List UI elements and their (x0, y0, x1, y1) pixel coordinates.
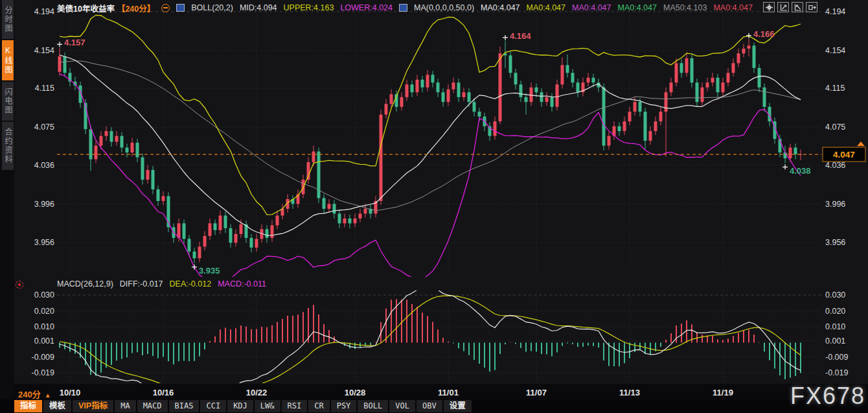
boll-label: BOLL(20,2) (191, 3, 233, 12)
svg-text:0.020: 0.020 (825, 307, 845, 316)
svg-text:11/19: 11/19 (713, 388, 733, 397)
time-axis: 10/1010/1610/2210/2811/0111/0711/1311/19 (0, 384, 868, 399)
toolbar-item-14[interactable]: OBV (417, 400, 442, 412)
svg-text:11/07: 11/07 (526, 388, 547, 397)
svg-text:3.935: 3.935 (199, 266, 220, 276)
sidebar-tab-2[interactable]: 闪电图 (2, 82, 14, 122)
svg-text:-0.009: -0.009 (32, 353, 54, 362)
toolbar-item-10[interactable]: CR (308, 400, 329, 412)
ma-group-label: MA(0,0,0,0,50,0) (414, 3, 474, 12)
svg-text:4.038: 4.038 (790, 166, 811, 176)
collapse-indicator-icon[interactable] (161, 4, 170, 12)
toolbar-item-1[interactable]: 模板 (43, 400, 71, 412)
trading-terminal: 4.1944.1944.1544.1544.1154.1154.0754.075… (0, 0, 868, 413)
toolbar-item-8[interactable]: LW& (255, 400, 280, 412)
period-selector-label: 240分 (18, 390, 41, 399)
svg-text:0.030: 0.030 (34, 290, 54, 300)
svg-text:3.996: 3.996 (34, 200, 54, 209)
bottom-bar: 指标模板VIP指标MAMACDBIASCCIKDJLW&RSICRPSYBOLL… (0, 399, 868, 413)
macd-macd-value: MACD:-0.011 (218, 279, 266, 289)
svg-text:4.075: 4.075 (34, 123, 54, 132)
svg-text:-0.009: -0.009 (825, 353, 848, 362)
y-axis-scale-icon[interactable] (777, 2, 789, 12)
svg-text:4.194: 4.194 (825, 7, 845, 16)
svg-text:4.036: 4.036 (34, 161, 54, 170)
toolbar-item-9[interactable]: RSI (282, 400, 308, 412)
toolbar-item-15[interactable]: 设置 (444, 400, 472, 412)
ma-value-3: MA0:4.047 (618, 3, 657, 12)
svg-text:4.157: 4.157 (64, 38, 86, 47)
ma-value-1: MA0:4.047 (527, 3, 565, 12)
period-label: 【240分】 (117, 2, 155, 14)
svg-text:11/13: 11/13 (619, 388, 640, 397)
ma-value-4: MA50:4.103 (663, 3, 707, 12)
svg-text:0.001: 0.001 (825, 336, 845, 346)
svg-text:10/28: 10/28 (345, 388, 366, 397)
svg-text:0.030: 0.030 (825, 290, 845, 300)
svg-text:4.194: 4.194 (34, 7, 54, 16)
svg-text:4.075: 4.075 (825, 123, 845, 132)
ma-value-2: MA0:4.047 (572, 3, 611, 12)
svg-text:11/01: 11/01 (438, 388, 459, 397)
chart-header: 美债10年收益率 【240分】 BOLL(20,2) MID:4.094 UPP… (57, 2, 759, 14)
toolbar-item-6[interactable]: CCI (200, 400, 226, 412)
svg-text:3.996: 3.996 (825, 200, 845, 209)
toolbar-item-11[interactable]: PSY (331, 400, 357, 412)
sidebar-tab-0[interactable]: 分时图 (2, 0, 14, 40)
svg-text:4.154: 4.154 (825, 46, 845, 55)
x-axis-scale-icon[interactable] (792, 2, 803, 12)
macd-header: MACD(26,12,9) DIFF:-0.017 DEA:-0.012 MAC… (57, 279, 266, 289)
boll-upper-value: UPPER:4.163 (284, 3, 334, 12)
ma-value-5: MA0:4.047 (713, 3, 752, 12)
ma-values: MA0:4.047MA0:4.047MA0:4.047MA0:4.047MA50… (481, 3, 759, 12)
toolbar-item-7[interactable]: KDJ (227, 400, 253, 412)
toolbar-item-12[interactable]: BOLL (358, 400, 388, 412)
toolbar-item-13[interactable]: VOL (389, 400, 415, 412)
svg-text:10/10: 10/10 (60, 388, 81, 397)
pan-icon[interactable] (763, 2, 775, 12)
svg-text:4.047: 4.047 (833, 150, 855, 159)
svg-text:4.154: 4.154 (34, 46, 54, 55)
toolbar-item-0[interactable]: 指标 (14, 400, 42, 412)
svg-text:10/16: 10/16 (153, 388, 174, 397)
toolbar-item-4[interactable]: MACD (137, 400, 168, 412)
indicator-toolbar: 指标模板VIP指标MAMACDBIASCCIKDJLW&RSICRPSYBOLL… (14, 400, 472, 412)
ma-value-0: MA0:4.047 (481, 3, 520, 12)
svg-text:4.115: 4.115 (825, 84, 845, 93)
svg-text:4.166: 4.166 (753, 29, 775, 39)
svg-text:3.956: 3.956 (825, 238, 845, 247)
svg-text:0.010: 0.010 (34, 322, 54, 331)
period-up-arrow-icon: ▲ (45, 392, 51, 399)
macd-params-label: MACD(26,12,9) (57, 279, 113, 289)
svg-text:3.956: 3.956 (34, 238, 54, 247)
symbol-title: 美债10年收益率 (57, 2, 115, 14)
sidebar-tab-3[interactable]: 合约资料 (2, 122, 14, 171)
period-selector[interactable]: 240分▲ (18, 388, 51, 400)
boll-lower-value: LOWER:4.024 (340, 3, 393, 12)
svg-text:0.020: 0.020 (34, 307, 54, 316)
macd-diff-value: DIFF:-0.017 (120, 279, 163, 289)
brand-watermark: FX678 (790, 383, 865, 410)
svg-text:0.001: 0.001 (34, 336, 54, 346)
macd-alarm-icon[interactable] (16, 281, 23, 289)
toolbar-item-5[interactable]: BIAS (169, 400, 200, 412)
toolbar-item-2[interactable]: VIP指标 (73, 400, 113, 412)
ma-chart-icon[interactable] (399, 4, 407, 12)
sidebar-tab-1[interactable]: K线图 (2, 40, 14, 82)
toolbar-item-3[interactable]: MA (115, 400, 135, 412)
chart-canvas[interactable]: 4.1944.1944.1544.1544.1154.1154.0754.075… (0, 0, 868, 413)
boll-mid-value: MID:4.094 (240, 3, 277, 12)
chart-tool-icons (763, 2, 817, 12)
svg-text:4.164: 4.164 (510, 31, 531, 41)
svg-text:-0.019: -0.019 (32, 368, 54, 377)
svg-text:4.036: 4.036 (825, 161, 845, 170)
svg-text:4.115: 4.115 (35, 84, 54, 93)
sidebar: 分时图K线图闪电图合约资料 (0, 0, 14, 413)
svg-text:0.010: 0.010 (825, 322, 845, 331)
svg-text:10/22: 10/22 (246, 388, 268, 397)
svg-text:-0.019: -0.019 (825, 368, 848, 377)
macd-dea-value: DEA:-0.012 (170, 279, 212, 289)
export-window-icon[interactable] (806, 2, 817, 12)
boll-chart-icon[interactable] (176, 4, 185, 12)
